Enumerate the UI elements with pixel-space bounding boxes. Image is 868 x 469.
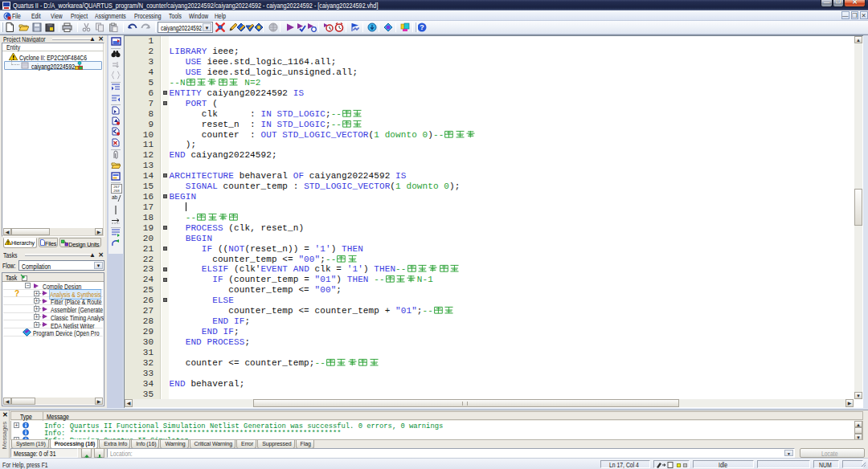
svg-text:268: 268 <box>113 189 120 193</box>
svg-text:?: ? <box>420 23 424 31</box>
svg-text:ab: ab <box>112 194 118 200</box>
